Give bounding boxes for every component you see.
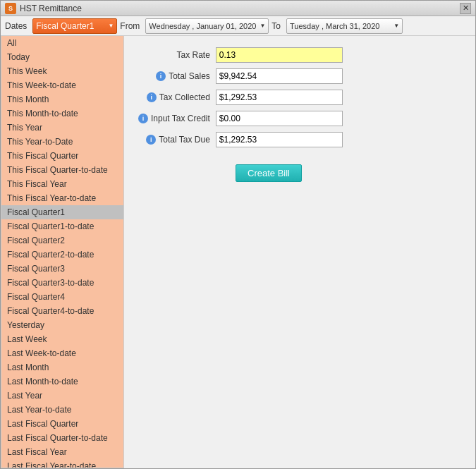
from-date-dropdown[interactable]: Wednesday , January 01, 2020 ▼	[145, 18, 269, 34]
app-icon: S	[5, 3, 16, 14]
dropdown-item-all[interactable]: All	[1, 36, 123, 50]
title-bar: S HST Remittance ✕	[1, 1, 475, 16]
to-date-chevron-icon: ▼	[393, 23, 399, 29]
from-date-chevron-icon: ▼	[260, 23, 265, 29]
dates-dropdown[interactable]: Fiscal Quarter1 ▼	[32, 18, 117, 34]
dropdown-item-last-month-to-date[interactable]: Last Month-to-date	[1, 374, 123, 389]
dropdown-item-this-fiscal-year-to-date[interactable]: This Fiscal Year-to-date	[1, 191, 123, 205]
total-tax-due-input[interactable]	[216, 132, 343, 147]
tax-rate-label-cell: Tax Rate	[138, 50, 210, 60]
total-sales-input[interactable]	[216, 68, 343, 84]
dropdown-item-this-week-to-date[interactable]: This Week-to-date	[1, 78, 123, 92]
main-window: S HST Remittance ✕ Dates Fiscal Quarter1…	[0, 0, 476, 469]
dropdown-item-this-fiscal-year[interactable]: This Fiscal Year	[1, 177, 123, 191]
dropdown-item-fiscal-quarter4-to-date[interactable]: Fiscal Quarter4-to-date	[1, 304, 123, 318]
dropdown-item-last-week[interactable]: Last Week	[1, 332, 123, 346]
total-sales-label-cell: i Total Sales	[138, 71, 210, 81]
to-label: To	[271, 21, 281, 31]
tax-collected-input[interactable]	[216, 90, 343, 105]
total-sales-label: Total Sales	[169, 71, 210, 81]
dropdown-item-fiscal-quarter2[interactable]: Fiscal Quarter2	[1, 233, 123, 248]
dropdown-item-fiscal-quarter4[interactable]: Fiscal Quarter4	[1, 290, 123, 304]
dropdown-item-this-fiscal-quarter-to-date[interactable]: This Fiscal Quarter-to-date	[1, 163, 123, 177]
tax-rate-label: Tax Rate	[176, 50, 209, 60]
from-label: From	[120, 21, 140, 31]
dropdown-item-fiscal-quarter2-to-date[interactable]: Fiscal Quarter2-to-date	[1, 248, 123, 262]
content-area: AllTodayThis WeekThis Week-to-dateThis M…	[1, 36, 475, 468]
dates-dropdown-list: AllTodayThis WeekThis Week-to-dateThis M…	[1, 36, 124, 468]
dropdown-item-last-week-to-date[interactable]: Last Week-to-date	[1, 346, 123, 360]
dates-label: Dates	[5, 21, 27, 31]
input-tax-credit-info-icon[interactable]: i	[138, 114, 148, 123]
dropdown-item-fiscal-quarter1[interactable]: Fiscal Quarter1	[1, 205, 123, 219]
dropdown-item-this-month[interactable]: This Month	[1, 92, 123, 106]
toolbar: Dates Fiscal Quarter1 ▼ From Wednesday ,…	[1, 16, 475, 36]
to-date-value: Tuesday , March 31, 2020	[290, 22, 379, 30]
from-date-value: Wednesday , January 01, 2020	[149, 22, 256, 30]
input-tax-credit-input[interactable]	[216, 111, 343, 126]
dropdown-item-last-year-to-date[interactable]: Last Year-to-date	[1, 403, 123, 417]
form-grid: Tax Rate i Total Sales i Tax Collected	[138, 47, 399, 182]
dropdown-item-last-fiscal-year-to-date[interactable]: Last Fiscal Year-to-date	[1, 459, 123, 468]
tax-collected-label: Tax Collected	[159, 92, 210, 102]
dates-value: Fiscal Quarter1	[36, 21, 94, 31]
dropdown-item-this-year-to-date[interactable]: This Year-to-Date	[1, 135, 123, 149]
total-tax-due-info-icon[interactable]: i	[146, 135, 156, 145]
dates-chevron-icon: ▼	[108, 23, 114, 29]
tax-rate-input[interactable]	[216, 47, 343, 63]
dropdown-item-this-month-to-date[interactable]: This Month-to-date	[1, 106, 123, 121]
dropdown-item-this-year[interactable]: This Year	[1, 121, 123, 135]
dropdown-item-this-week[interactable]: This Week	[1, 64, 123, 78]
total-tax-due-label-cell: i Total Tax Due	[138, 135, 210, 145]
total-tax-due-label: Total Tax Due	[159, 135, 210, 145]
close-button[interactable]: ✕	[460, 3, 471, 14]
tax-collected-info-icon[interactable]: i	[147, 92, 157, 102]
tax-collected-label-cell: i Tax Collected	[138, 92, 210, 102]
to-date-dropdown[interactable]: Tuesday , March 31, 2020 ▼	[286, 18, 403, 34]
dropdown-item-last-month[interactable]: Last Month	[1, 360, 123, 374]
main-panel: Tax Rate i Total Sales i Tax Collected	[124, 36, 475, 468]
dropdown-item-last-fiscal-quarter-to-date[interactable]: Last Fiscal Quarter-to-date	[1, 431, 123, 445]
create-bill-button[interactable]: Create Bill	[236, 164, 302, 182]
dropdown-item-fiscal-quarter3[interactable]: Fiscal Quarter3	[1, 262, 123, 276]
input-tax-credit-label: Input Tax Credit	[151, 114, 210, 123]
dropdown-item-last-fiscal-year[interactable]: Last Fiscal Year	[1, 445, 123, 459]
dropdown-item-today[interactable]: Today	[1, 50, 123, 64]
dropdown-item-fiscal-quarter1-to-date[interactable]: Fiscal Quarter1-to-date	[1, 219, 123, 233]
input-tax-credit-label-cell: i Input Tax Credit	[138, 114, 210, 123]
total-sales-info-icon[interactable]: i	[156, 71, 166, 81]
create-bill-row: Create Bill	[138, 159, 399, 182]
window-title: HST Remittance	[20, 4, 460, 13]
dropdown-item-yesterday[interactable]: Yesterday	[1, 318, 123, 332]
dropdown-item-fiscal-quarter3-to-date[interactable]: Fiscal Quarter3-to-date	[1, 276, 123, 290]
dropdown-item-this-fiscal-quarter[interactable]: This Fiscal Quarter	[1, 149, 123, 163]
dropdown-item-last-year[interactable]: Last Year	[1, 389, 123, 403]
dropdown-item-last-fiscal-quarter[interactable]: Last Fiscal Quarter	[1, 417, 123, 431]
